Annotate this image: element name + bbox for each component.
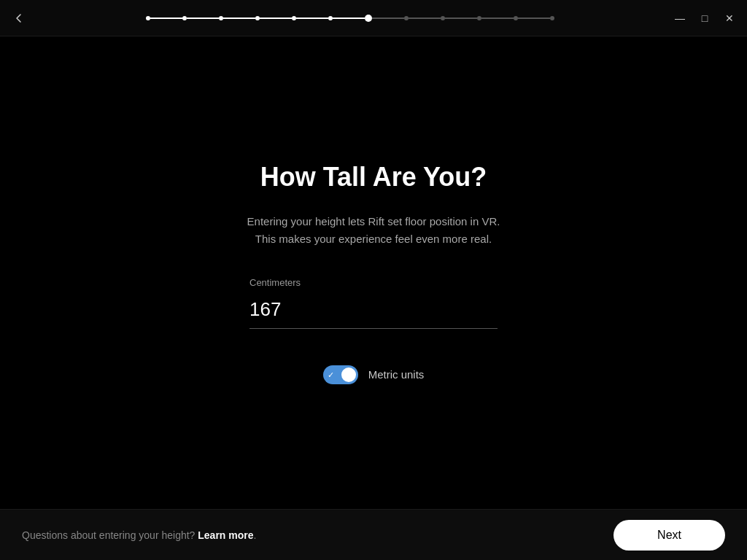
- progress-bar: [29, 15, 671, 22]
- metric-toggle[interactable]: ✓: [323, 365, 358, 384]
- next-button[interactable]: Next: [614, 520, 725, 551]
- height-label: Centimeters: [249, 277, 498, 288]
- page-title: How Tall Are You?: [260, 162, 487, 192]
- height-input[interactable]: [249, 294, 498, 329]
- progress-seg-0: [150, 18, 182, 19]
- progress-seg-3: [260, 18, 292, 19]
- progress-dot-current: [365, 15, 372, 22]
- metric-toggle-row: ✓ Metric units: [323, 365, 425, 384]
- minimize-button[interactable]: —: [671, 9, 689, 27]
- maximize-button[interactable]: □: [696, 9, 713, 27]
- subtitle-line2: This makes your experience feel even mor…: [255, 233, 492, 245]
- footer-question: Questions about entering your height? Le…: [22, 529, 256, 541]
- progress-seg-4: [296, 18, 328, 19]
- window-controls: — □ ✕: [671, 9, 738, 27]
- progress-seg-8: [445, 18, 477, 19]
- toggle-check-icon: ✓: [328, 370, 334, 379]
- progress-dot-11: [550, 16, 554, 20]
- period: .: [254, 529, 257, 541]
- back-button[interactable]: [9, 8, 29, 28]
- progress-seg-2: [223, 18, 255, 19]
- progress-seg-1: [187, 18, 219, 19]
- bottom-bar: Questions about entering your height? Le…: [0, 509, 747, 560]
- metric-toggle-label: Metric units: [368, 368, 425, 381]
- learn-more-link[interactable]: Learn more: [198, 529, 253, 541]
- subtitle-line1: Entering your height lets Rift set floor…: [247, 215, 500, 228]
- height-input-group: Centimeters: [249, 277, 498, 329]
- progress-seg-6: [372, 18, 404, 19]
- question-text: Questions about entering your height?: [22, 529, 195, 541]
- progress-seg-7: [409, 18, 441, 19]
- progress-seg-10: [518, 18, 550, 19]
- main-content: How Tall Are You? Entering your height l…: [0, 36, 747, 509]
- titlebar: — □ ✕: [0, 0, 747, 36]
- page-subtitle: Entering your height lets Rift set floor…: [247, 213, 500, 248]
- progress-seg-9: [481, 18, 514, 19]
- close-button[interactable]: ✕: [721, 9, 738, 27]
- progress-seg-5: [333, 18, 365, 19]
